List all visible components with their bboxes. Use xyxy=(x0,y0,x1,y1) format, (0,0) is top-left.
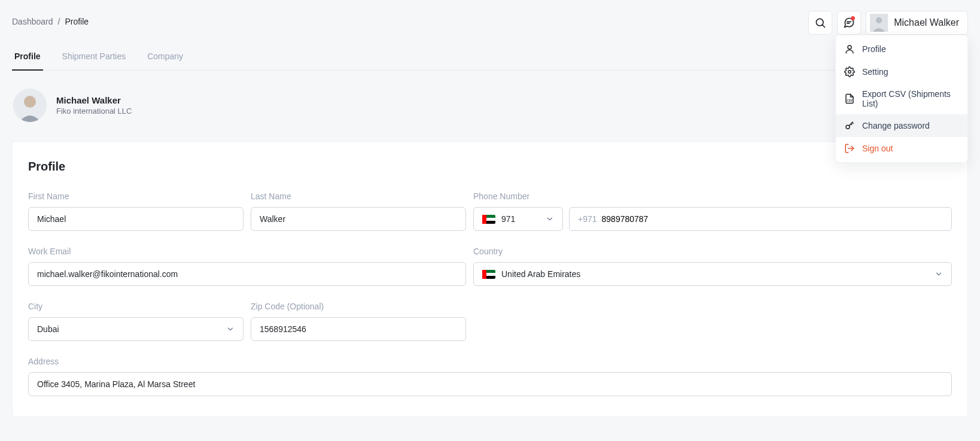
phone-number-wrapper: +971 xyxy=(569,207,952,231)
dropdown-profile[interactable]: Profile xyxy=(836,38,967,60)
tab-shipment-parties[interactable]: Shipment Parties xyxy=(60,51,129,70)
svg-point-5 xyxy=(876,17,882,23)
address-input[interactable] xyxy=(28,372,952,396)
profile-name: Michael Walker xyxy=(56,95,132,105)
card-title: Profile xyxy=(28,160,952,174)
user-menu-trigger[interactable]: Michael Walker xyxy=(866,11,968,35)
chevron-down-icon xyxy=(935,270,943,278)
svg-text:CSV: CSV xyxy=(847,99,853,102)
last-name-input[interactable] xyxy=(251,207,466,231)
svg-line-1 xyxy=(823,25,825,28)
breadcrumb-sep: / xyxy=(58,17,60,26)
label-last-name: Last Name xyxy=(251,191,466,201)
logout-icon xyxy=(844,143,855,154)
dropdown-change-password[interactable]: Change password xyxy=(836,114,967,137)
city-select[interactable]: Dubai xyxy=(28,317,244,341)
dropdown-label: Profile xyxy=(862,44,886,54)
search-button[interactable] xyxy=(808,11,832,35)
svg-line-12 xyxy=(851,124,852,125)
uae-flag-icon xyxy=(482,215,495,224)
country-select[interactable]: United Arab Emirates xyxy=(473,262,952,286)
phone-prefix: +971 xyxy=(578,214,597,224)
city-value: Dubai xyxy=(37,324,59,334)
phone-number-input[interactable] xyxy=(602,208,943,230)
svg-line-11 xyxy=(853,123,854,124)
svg-point-7 xyxy=(848,71,851,74)
label-zip: Zip Code (Optional) xyxy=(251,302,466,311)
profile-company: Fiko international LLC xyxy=(56,107,132,115)
label-country: Country xyxy=(473,247,952,256)
phone-code-value: 971 xyxy=(501,214,515,224)
file-csv-icon: CSV xyxy=(844,93,855,104)
country-value: United Arab Emirates xyxy=(501,269,580,279)
breadcrumb-root[interactable]: Dashboard xyxy=(12,17,53,26)
email-input[interactable] xyxy=(28,262,466,286)
uae-flag-icon xyxy=(482,270,495,279)
chevron-down-icon xyxy=(226,325,235,333)
dropdown-label: Export CSV (Shipments List) xyxy=(862,89,959,108)
phone-country-code-select[interactable]: 971 xyxy=(473,207,563,231)
svg-point-15 xyxy=(24,96,36,108)
label-city: City xyxy=(28,302,244,311)
avatar xyxy=(870,14,888,32)
tab-company[interactable]: Company xyxy=(145,51,185,70)
label-address: Address xyxy=(28,357,952,366)
user-name: Michael Walker xyxy=(894,17,959,28)
search-icon xyxy=(814,17,826,29)
dropdown-label: Sign out xyxy=(862,144,893,153)
chevron-down-icon xyxy=(546,215,554,223)
tabs: Profile Shipment Parties Company xyxy=(12,51,968,71)
first-name-input[interactable] xyxy=(28,207,244,231)
label-email: Work Email xyxy=(28,247,466,256)
tab-profile[interactable]: Profile xyxy=(12,51,43,71)
messages-button[interactable] xyxy=(837,11,861,35)
svg-point-6 xyxy=(848,45,851,49)
breadcrumb: Dashboard / Profile xyxy=(12,11,89,26)
profile-avatar xyxy=(13,89,47,122)
breadcrumb-current: Profile xyxy=(65,17,89,26)
label-phone: Phone Number xyxy=(473,191,952,201)
svg-point-0 xyxy=(817,19,824,26)
key-icon xyxy=(844,120,855,131)
dropdown-label: Change password xyxy=(862,121,930,130)
gear-icon xyxy=(844,66,855,77)
dropdown-sign-out[interactable]: Sign out xyxy=(836,137,967,160)
profile-card: Profile First Name Last Name Phone Numbe… xyxy=(12,141,968,417)
dropdown-export-csv[interactable]: CSV Export CSV (Shipments List) xyxy=(836,83,967,114)
zip-input[interactable] xyxy=(251,317,466,341)
user-dropdown: Profile Setting CSV Export CSV (Shipment… xyxy=(835,35,968,163)
dropdown-label: Setting xyxy=(862,67,888,77)
user-icon xyxy=(844,44,855,54)
dropdown-setting[interactable]: Setting xyxy=(836,60,967,83)
label-first-name: First Name xyxy=(28,191,244,201)
